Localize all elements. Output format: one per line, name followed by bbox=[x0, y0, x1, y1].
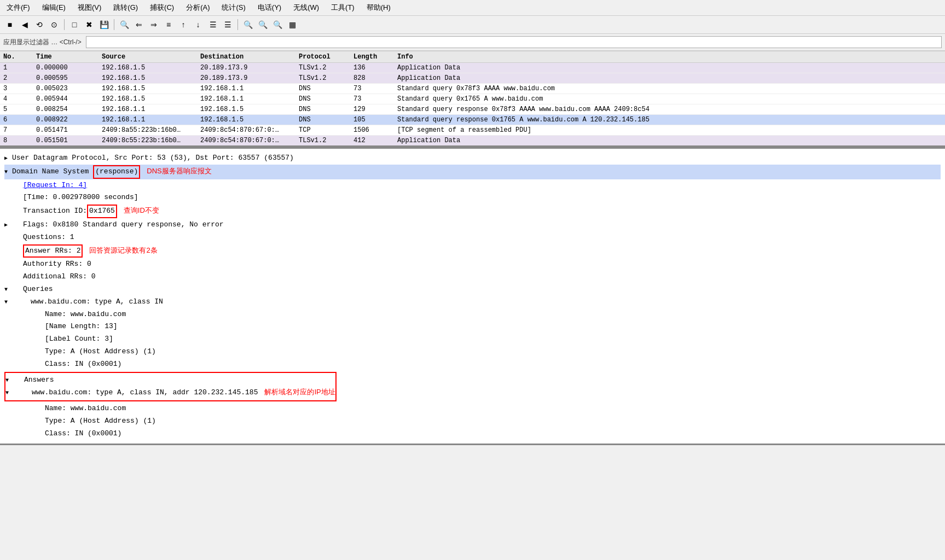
tb-start[interactable]: ■ bbox=[3, 18, 16, 31]
menu-phone[interactable]: 电话(Y) bbox=[256, 2, 283, 14]
table-row[interactable]: 5 0.008254 192.168.1.1 192.168.1.5 DNS 1… bbox=[0, 104, 945, 115]
tb-stop[interactable]: ◀ bbox=[18, 18, 31, 31]
cell-info: Standard query response 0x78f3 AAAA www.… bbox=[397, 106, 942, 113]
menu-analyze[interactable]: 分析(A) bbox=[184, 2, 212, 14]
answers-expand-arrow[interactable] bbox=[5, 376, 13, 385]
cell-dst: 2409:8c54:870:67:0:… bbox=[200, 137, 299, 144]
toolbar-separator-1 bbox=[64, 19, 65, 30]
tb-open[interactable]: □ bbox=[68, 18, 81, 31]
tb-list[interactable]: ☰ bbox=[206, 18, 219, 31]
answer-rrs-boxed: Answer RRs: 2 bbox=[23, 244, 83, 258]
menu-help[interactable]: 帮助(H) bbox=[364, 2, 393, 14]
answers-sub-expand[interactable] bbox=[5, 389, 13, 398]
answers-sub-text: www.baidu.com: type A, class IN, addr 12… bbox=[32, 387, 258, 399]
col-time: Time bbox=[36, 53, 102, 61]
udp-line[interactable]: User Datagram Protocol, Src Port: 53 (53… bbox=[4, 152, 941, 165]
tb-restart[interactable]: ⟲ bbox=[33, 18, 46, 31]
queries-sub-expand[interactable] bbox=[4, 298, 12, 307]
cell-time: 0.000000 bbox=[36, 64, 102, 72]
cell-len: 73 bbox=[353, 95, 397, 103]
tb-up[interactable]: ↑ bbox=[177, 18, 190, 31]
cell-no: 7 bbox=[3, 126, 36, 134]
cell-proto: DNS bbox=[299, 116, 353, 124]
table-row[interactable]: 2 0.000595 192.168.1.5 20.189.173.9 TLSv… bbox=[0, 73, 945, 84]
toolbar-separator-2 bbox=[114, 19, 114, 30]
answer-rrs-value: 2 bbox=[77, 247, 81, 255]
queries-header-line[interactable]: Queries bbox=[4, 283, 941, 296]
request-in-line[interactable]: [Request In: 4] bbox=[4, 179, 941, 192]
tb-options[interactable]: ⊙ bbox=[48, 18, 61, 31]
tb-save[interactable]: 💾 bbox=[97, 18, 111, 31]
flags-expand-arrow[interactable] bbox=[4, 221, 12, 230]
cell-src: 192.168.1.5 bbox=[102, 74, 200, 82]
menu-view[interactable]: 视图(V) bbox=[76, 2, 103, 14]
cell-dst: 192.168.1.5 bbox=[200, 116, 299, 124]
menu-goto[interactable]: 跳转(G) bbox=[111, 2, 140, 14]
questions-text: Questions: 1 bbox=[23, 232, 74, 243]
cell-len: 129 bbox=[353, 106, 397, 113]
menu-capture[interactable]: 捕获(C) bbox=[148, 2, 176, 14]
answers-name-line[interactable]: Name: www.baidu.com bbox=[4, 402, 941, 415]
tb-search[interactable]: 🔍 bbox=[118, 18, 131, 31]
filter-input[interactable] bbox=[86, 36, 942, 48]
answers-sub-line[interactable]: www.baidu.com: type A, class IN, addr 12… bbox=[5, 386, 335, 399]
dns-header-line[interactable]: Domain Name System (response) DNS服务器响应报文 bbox=[4, 165, 941, 179]
authority-rrs-line[interactable]: Authority RRs: 0 bbox=[4, 258, 941, 271]
menu-tools[interactable]: 工具(T) bbox=[329, 2, 357, 14]
menu-stats[interactable]: 统计(S) bbox=[219, 2, 247, 14]
col-destination: Destination bbox=[200, 53, 299, 61]
request-in-link[interactable]: [Request In: 4] bbox=[23, 180, 87, 191]
name-length-line[interactable]: [Name Length: 13] bbox=[4, 320, 941, 333]
dns-expand-arrow[interactable] bbox=[4, 168, 12, 177]
transaction-id-value: 0x1765 bbox=[87, 205, 117, 218]
tb-zoom-reset[interactable]: 🔍 bbox=[271, 18, 284, 31]
table-row[interactable]: 3 0.005023 192.168.1.5 192.168.1.1 DNS 7… bbox=[0, 84, 945, 94]
cell-no: 6 bbox=[3, 116, 36, 124]
answer-rrs-annotation: 回答资源记录数有2条 bbox=[89, 245, 157, 256]
table-row[interactable]: 1 0.000000 192.168.1.5 20.189.173.9 TLSv… bbox=[0, 63, 945, 73]
type-line[interactable]: Type: A (Host Address) (1) bbox=[4, 346, 941, 358]
table-row[interactable]: 4 0.005944 192.168.1.5 192.168.1.1 DNS 7… bbox=[0, 94, 945, 104]
time-line[interactable]: [Time: 0.002978000 seconds] bbox=[4, 191, 941, 204]
queries-sub-line[interactable]: www.baidu.com: type A, class IN bbox=[4, 296, 941, 308]
cell-proto: TLSv1.2 bbox=[299, 137, 353, 144]
menu-edit[interactable]: 编辑(E) bbox=[40, 2, 68, 14]
name-line[interactable]: Name: www.baidu.com bbox=[4, 308, 941, 321]
cell-proto: TLSv1.2 bbox=[299, 64, 353, 72]
table-row[interactable]: 8 0.051501 2409:8c55:223b:16b0… 2409:8c5… bbox=[0, 136, 945, 147]
cell-src: 192.168.1.1 bbox=[102, 106, 200, 113]
filter-label: 应用显示过滤器 … <Ctrl-/> bbox=[3, 38, 82, 47]
answers-type-line[interactable]: Type: A (Host Address) (1) bbox=[4, 415, 941, 428]
tb-back[interactable]: ⇐ bbox=[132, 18, 146, 31]
tb-close[interactable]: ✖ bbox=[83, 18, 96, 31]
transaction-id-line[interactable]: Transaction ID: 0x1765 查询ID不变 bbox=[4, 204, 941, 219]
questions-line[interactable]: Questions: 1 bbox=[4, 231, 941, 244]
answers-header-line[interactable]: Answers bbox=[5, 374, 335, 387]
filter-bar: 应用显示过滤器 … <Ctrl-/> bbox=[0, 34, 945, 51]
menu-wireless[interactable]: 无线(W) bbox=[291, 2, 321, 14]
tb-zoom-out[interactable]: 🔍 bbox=[256, 18, 269, 31]
flags-text: Flags: 0x8180 Standard query response, N… bbox=[23, 219, 224, 231]
table-row[interactable]: 7 0.051471 2409:8a55:223b:16b0… 2409:8c5… bbox=[0, 125, 945, 136]
class-line[interactable]: Class: IN (0x0001) bbox=[4, 358, 941, 371]
cell-info: Standard query response 0x1765 A www.bai… bbox=[397, 116, 942, 124]
tb-list2[interactable]: ☰ bbox=[221, 18, 234, 31]
cell-info: Application Data bbox=[397, 64, 942, 72]
answer-rrs-line[interactable]: Answer RRs: 2 回答资源记录数有2条 bbox=[4, 244, 941, 259]
table-row[interactable]: 6 0.008922 192.168.1.1 192.168.1.5 DNS 1… bbox=[0, 115, 945, 125]
additional-rrs-line[interactable]: Additional RRs: 0 bbox=[4, 271, 941, 283]
udp-expand-arrow[interactable] bbox=[4, 154, 12, 163]
cell-len: 105 bbox=[353, 116, 397, 124]
cell-src: 192.168.1.5 bbox=[102, 95, 200, 103]
tb-grid[interactable]: ▦ bbox=[286, 18, 299, 31]
tb-menu1[interactable]: ≡ bbox=[162, 18, 175, 31]
flags-line[interactable]: Flags: 0x8180 Standard query response, N… bbox=[4, 219, 941, 231]
queries-expand-arrow[interactable] bbox=[4, 285, 12, 294]
answers-class-line[interactable]: Class: IN (0x0001) bbox=[4, 428, 941, 440]
label-count-line[interactable]: [Label Count: 3] bbox=[4, 333, 941, 346]
type-text: Type: A (Host Address) (1) bbox=[45, 346, 156, 358]
tb-forward[interactable]: ⇒ bbox=[147, 18, 160, 31]
menu-file[interactable]: 文件(F) bbox=[4, 2, 32, 14]
tb-down[interactable]: ↓ bbox=[192, 18, 205, 31]
tb-zoom-in[interactable]: 🔍 bbox=[241, 18, 254, 31]
